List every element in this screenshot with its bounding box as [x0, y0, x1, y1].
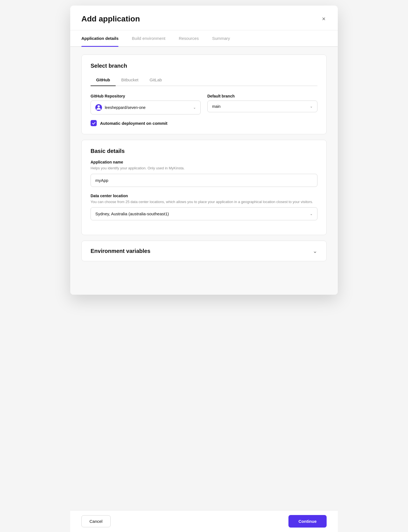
close-button[interactable]: × [321, 15, 327, 23]
modal-title: Add application [81, 14, 140, 23]
auto-deploy-checkbox[interactable] [91, 120, 97, 126]
data-center-value: Sydney, Australia (australia-southeast1) [95, 211, 169, 216]
repo-label: GitHub Repository [91, 94, 201, 98]
app-name-input[interactable] [91, 174, 317, 187]
wizard-tabs: Application details Build environment Re… [70, 30, 338, 47]
branch-select-wrapper: main ⌄ [207, 101, 317, 112]
app-name-hint: Helps you identify your application. Onl… [91, 165, 317, 171]
tab-bitbucket[interactable]: Bitbucket [116, 75, 144, 86]
branch-chevron-icon: ⌄ [310, 104, 313, 108]
tab-summary[interactable]: Summary [212, 30, 230, 46]
branch-select[interactable]: main ⌄ [207, 101, 317, 112]
add-application-modal: Add application × Application details Bu… [70, 6, 338, 295]
repo-select[interactable]: leesheppard/seven-one ⌄ [91, 101, 201, 114]
tab-gitlab[interactable]: GitLab [144, 75, 167, 86]
tab-github[interactable]: GitHub [91, 75, 116, 86]
env-vars-card: Environment variables ⌄ [81, 241, 327, 261]
env-vars-title: Environment variables [91, 248, 150, 254]
repo-value: leesheppard/seven-one [105, 105, 145, 110]
data-center-chevron-icon: ⌄ [310, 212, 313, 216]
repo-chevron-icon: ⌄ [193, 106, 196, 109]
tab-application-details[interactable]: Application details [81, 30, 118, 46]
data-center-hint: You can choose from 25 data center locat… [91, 199, 317, 205]
env-vars-header[interactable]: Environment variables ⌄ [82, 241, 326, 261]
svg-point-0 [98, 105, 100, 108]
repo-select-left: leesheppard/seven-one [95, 104, 145, 111]
select-branch-title: Select branch [91, 63, 317, 69]
branch-value: main [212, 104, 220, 109]
repo-group: GitHub Repository leesheppard/s [91, 94, 201, 114]
basic-details-card: Basic details Application name Helps you… [81, 140, 327, 235]
tab-build-environment[interactable]: Build environment [132, 30, 165, 46]
auto-deploy-label: Automatic deployment on commit [100, 121, 167, 126]
repo-select-wrapper: leesheppard/seven-one ⌄ [91, 101, 201, 114]
auto-deploy-row: Automatic deployment on commit [91, 120, 317, 126]
env-vars-chevron-icon: ⌄ [313, 248, 317, 254]
modal-header: Add application × [70, 6, 338, 30]
basic-details-title: Basic details [91, 148, 317, 154]
select-branch-card: Select branch GitHub Bitbucket GitLab Gi… [81, 55, 327, 134]
data-center-field: Data center location You can choose from… [91, 194, 317, 221]
data-center-select[interactable]: Sydney, Australia (australia-southeast1)… [91, 207, 317, 220]
repo-avatar [95, 104, 102, 111]
modal-body: Select branch GitHub Bitbucket GitLab Gi… [70, 47, 338, 295]
branch-label: Default branch [207, 94, 317, 98]
repo-branch-row: GitHub Repository leesheppard/s [91, 94, 317, 114]
source-provider-tabs: GitHub Bitbucket GitLab [91, 75, 317, 86]
data-center-label: Data center location [91, 194, 317, 198]
app-name-label: Application name [91, 160, 317, 164]
app-name-field: Application name Helps you identify your… [91, 160, 317, 187]
tab-resources[interactable]: Resources [179, 30, 199, 46]
branch-group: Default branch main ⌄ [207, 94, 317, 112]
